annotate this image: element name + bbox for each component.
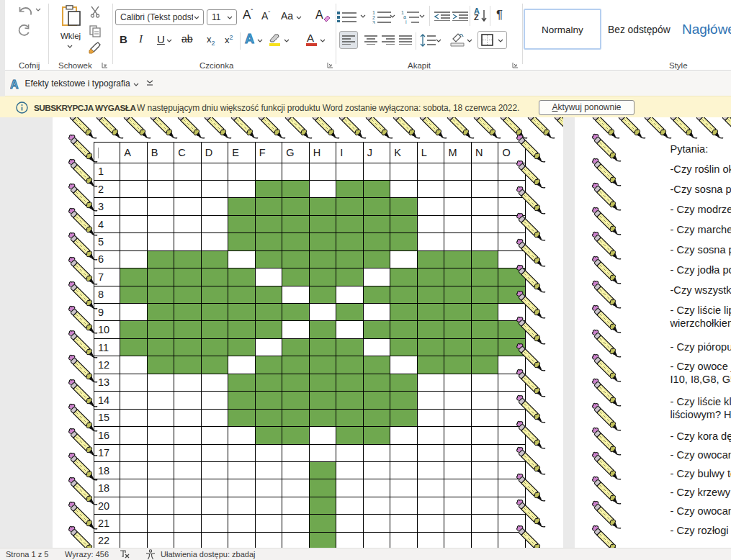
- svg-text:a: a: [403, 14, 406, 19]
- svg-text:i: i: [405, 19, 407, 24]
- svg-text:1: 1: [372, 10, 375, 15]
- svg-text:A: A: [10, 79, 19, 90]
- svg-text:2: 2: [372, 15, 375, 20]
- svg-text:3: 3: [372, 20, 375, 24]
